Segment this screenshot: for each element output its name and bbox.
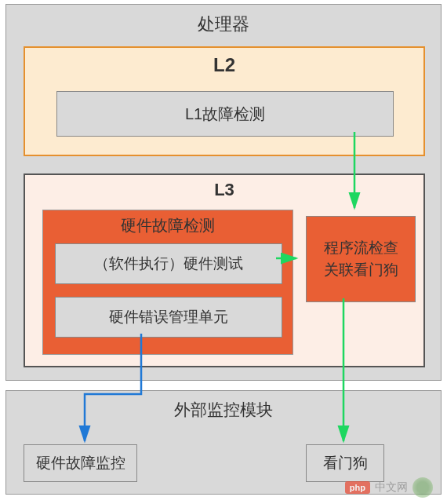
watchdog-box: 看门狗 [306, 444, 384, 482]
watermark-circle-icon [412, 477, 433, 498]
sw-hw-test-box: （软件执行）硬件测试 [55, 243, 282, 284]
hw-fault-detection-box: 硬件故障检测 （软件执行）硬件测试 硬件错误管理单元 [42, 210, 293, 355]
watchdog-label: 看门狗 [323, 453, 368, 473]
l1-fault-detection-label: L1故障检测 [185, 104, 265, 125]
processor-title: 处理器 [6, 5, 441, 42]
hw-fault-detection-title: 硬件故障检测 [43, 210, 293, 239]
sw-hw-test-label: （软件执行）硬件测试 [94, 254, 243, 274]
hw-fault-monitor-label: 硬件故障监控 [36, 453, 125, 473]
external-monitor-title: 外部监控模块 [6, 391, 441, 425]
php-logo-icon: php [345, 481, 370, 494]
l3-box: L3 硬件故障检测 （软件执行）硬件测试 硬件错误管理单元 程序流检查 关联看门… [24, 173, 425, 367]
hw-error-mgmt-box: 硬件错误管理单元 [55, 297, 282, 338]
l2-label: L2 [25, 48, 423, 81]
hw-error-mgmt-label: 硬件错误管理单元 [109, 307, 228, 327]
watermark-text: 中文网 [375, 480, 408, 495]
flow-check-line1: 程序流检查 [324, 237, 398, 260]
flow-check-box: 程序流检查 关联看门狗 [306, 216, 416, 302]
l2-box: L2 L1故障检测 [24, 46, 425, 156]
l3-label: L3 [25, 175, 423, 203]
l1-fault-detection-box: L1故障检测 [56, 91, 394, 137]
hw-fault-monitor-box: 硬件故障监控 [24, 444, 137, 482]
processor-container: 处理器 L2 L1故障检测 L3 硬件故障检测 （软件执行）硬件测试 硬件错误管… [5, 4, 442, 381]
flow-check-line2: 关联看门狗 [324, 259, 398, 282]
watermark: php 中文网 [345, 477, 433, 498]
